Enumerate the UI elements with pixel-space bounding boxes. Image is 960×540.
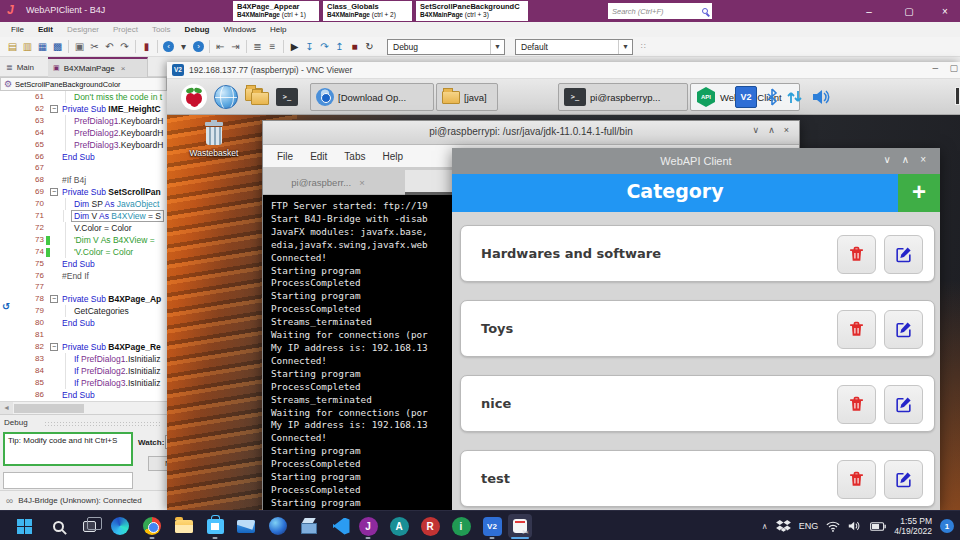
dropbox-icon[interactable] — [776, 520, 791, 533]
taskbar-b4r-button[interactable]: R — [418, 514, 442, 538]
pi-file-manager-button[interactable] — [244, 83, 272, 111]
copy-icon[interactable]: ▣ — [72, 38, 87, 56]
build-config-combo[interactable]: Default ▼ — [515, 39, 633, 55]
terminal-tab-inactive[interactable]: pi@raspberr... × — [269, 170, 387, 195]
shade-button[interactable]: ∨ — [884, 154, 891, 165]
battery-icon[interactable] — [870, 522, 886, 531]
step-over-icon[interactable]: ↷ — [317, 38, 332, 56]
pi-terminal-button[interactable]: >_ — [273, 83, 301, 111]
scroll-left-arrow-icon[interactable]: ◄ — [0, 402, 13, 414]
pi-menu-button[interactable] — [180, 83, 208, 111]
minimize-button[interactable]: – — [932, 62, 938, 73]
taskbar-b4j-button[interactable]: J — [356, 514, 380, 538]
edit-category-button[interactable] — [884, 460, 923, 499]
wifi-icon[interactable] — [826, 521, 840, 532]
taskbar-file-explorer-button[interactable] — [172, 514, 196, 538]
pi-task-terminal[interactable]: >_pi@raspberryp... — [558, 83, 688, 111]
horizontal-scrollbar[interactable]: ◄ — [0, 401, 167, 414]
pi-task-chromium[interactable]: [Download Op... — [310, 83, 434, 111]
run-icon[interactable]: ▶ — [287, 38, 302, 56]
taskbar-vscode-button[interactable] — [329, 514, 353, 538]
menu-edit[interactable]: Edit — [310, 151, 327, 162]
bookmark-icon[interactable]: ▮ — [139, 38, 154, 56]
menu-tabs[interactable]: Tabs — [344, 151, 365, 162]
edit-category-button[interactable] — [884, 235, 923, 274]
notification-badge[interactable]: 1 — [940, 519, 954, 533]
menu-debug[interactable]: Debug — [178, 25, 217, 34]
close-button[interactable]: × — [920, 154, 926, 165]
open-project-icon[interactable]: ▥ — [20, 38, 35, 56]
redo-icon[interactable]: ↷ — [117, 38, 132, 56]
bluetooth-icon[interactable] — [766, 88, 778, 106]
editor-shortcut-tab[interactable]: B4XPage_AppearB4XMainPage (ctrl + 1) — [233, 1, 319, 21]
search-input[interactable]: Search (Ctrl+F) — [608, 3, 712, 19]
menu-help[interactable]: Help — [263, 25, 293, 34]
ide-titlebar[interactable]: J WebAPIClient - B4J B4XPage_AppearB4XMa… — [0, 0, 960, 22]
tray-chevron-icon[interactable]: ∧ — [762, 522, 768, 531]
taskbar-virtualbox-button[interactable] — [297, 514, 321, 538]
step-out-icon[interactable]: ↥ — [332, 38, 347, 56]
comment-icon[interactable]: ≣ — [250, 38, 265, 56]
cut-icon[interactable]: ✂ — [87, 38, 102, 56]
menu-designer[interactable]: Designer — [60, 25, 106, 34]
terminal-titlebar[interactable]: pi@raspberrypi: /usr/java/jdk-11.0.14.1-… — [263, 121, 799, 145]
maximize-button-partial[interactable]: ▢ — [949, 63, 958, 73]
close-tab-icon[interactable]: × — [121, 64, 126, 73]
delete-category-button[interactable] — [837, 310, 876, 349]
taskbar-vnc-viewer-button[interactable]: V2 — [480, 514, 504, 538]
maximize-button[interactable]: ∧ — [902, 154, 909, 165]
shade-button[interactable]: ∨ — [753, 125, 760, 135]
fold-collapse-icon[interactable]: − — [50, 188, 58, 196]
taskbar-start-button[interactable] — [12, 514, 36, 538]
webapi-titlebar[interactable]: WebAPI Client ∨ ∧ × — [452, 148, 940, 174]
save-icon[interactable]: ▦ — [35, 38, 50, 56]
navigate-back-icon[interactable]: ‹ — [163, 41, 174, 52]
scrollbar-thumb[interactable] — [14, 404, 84, 413]
menu-tools[interactable]: Tools — [145, 25, 178, 34]
build-mode-combo[interactable]: Debug ▼ — [387, 39, 505, 55]
edit-category-button[interactable] — [884, 385, 923, 424]
volume-icon[interactable] — [812, 89, 832, 105]
taskbar-edge-button[interactable] — [108, 514, 132, 538]
edit-category-button[interactable] — [884, 310, 923, 349]
menu-windows[interactable]: Windows — [217, 25, 263, 34]
pi-task-folder[interactable]: [java] — [436, 83, 498, 111]
outdent-icon[interactable]: ⇤ — [213, 38, 228, 56]
navigate-forward-icon[interactable]: › — [193, 41, 204, 52]
menu-file[interactable]: File — [4, 25, 31, 34]
delete-category-button[interactable] — [837, 460, 876, 499]
back-dropdown-icon[interactable]: ▾ — [176, 38, 191, 56]
menu-file[interactable]: File — [277, 151, 293, 162]
taskbar-task-view-button[interactable] — [77, 514, 101, 538]
new-file-icon[interactable]: ▤ — [5, 38, 20, 56]
delete-category-button[interactable] — [837, 385, 876, 424]
fold-collapse-icon[interactable]: − — [50, 105, 58, 113]
pi-browser-button[interactable] — [212, 83, 240, 111]
step-into-icon[interactable]: ↧ — [302, 38, 317, 56]
keyboard-language[interactable]: ENG — [799, 521, 819, 531]
tab-b4xmainpage[interactable]: ▣ B4XMainPage × — [48, 57, 148, 77]
network-updown-icon[interactable] — [787, 89, 803, 105]
close-button[interactable]: × — [784, 125, 789, 135]
taskbar-b4a-button[interactable]: A — [387, 514, 411, 538]
code-editor[interactable]: 61Don't miss the code in t62−Private Sub… — [0, 91, 167, 401]
indent-icon[interactable]: ⇥ — [228, 38, 243, 56]
close-button[interactable]: × — [930, 0, 960, 22]
taskbar-mail-button[interactable] — [234, 514, 258, 538]
menu-help[interactable]: Help — [382, 151, 403, 162]
taskbar-chrome-button[interactable] — [140, 514, 164, 538]
uncomment-icon[interactable]: ≡ — [265, 38, 280, 56]
fold-collapse-icon[interactable]: − — [50, 295, 58, 303]
sub-selector-dropdown[interactable]: ⚙ SetScrollPaneBackgroundColor — [0, 77, 167, 91]
add-category-button[interactable]: + — [898, 174, 940, 212]
taskbar-b4i-button[interactable]: i — [449, 514, 473, 538]
editor-shortcut-tab[interactable]: SetScrollPaneBackgroundCB4XMainPage (ctr… — [416, 1, 528, 21]
editor-shortcut-tab[interactable]: Class_GlobalsB4XMainPage (ctrl + 2) — [323, 1, 412, 21]
tab-main-module[interactable]: ≣ Main — [0, 57, 48, 77]
undo-icon[interactable]: ↶ — [102, 38, 117, 56]
taskbar-search-button[interactable] — [46, 514, 70, 538]
menu-edit[interactable]: Edit — [31, 25, 60, 34]
wastebasket-desktop-icon[interactable]: Wastebasket — [189, 120, 239, 158]
taskbar-firefox-button[interactable] — [266, 514, 290, 538]
taskbar-clock[interactable]: 1:55 PM 4/19/2022 — [894, 516, 932, 536]
